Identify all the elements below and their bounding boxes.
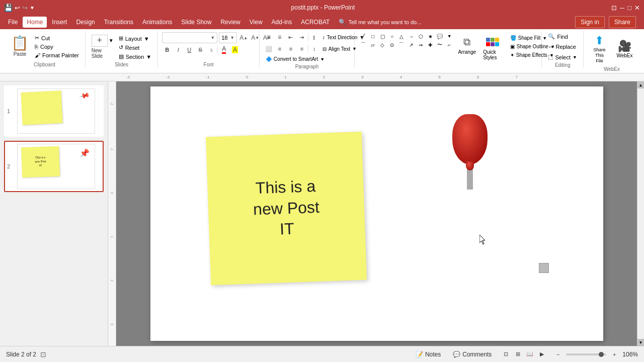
zoom-out-button[interactable]: − bbox=[553, 349, 563, 359]
shape-block-arrow[interactable]: ⇒ bbox=[416, 41, 425, 49]
shape-triangle[interactable]: △ bbox=[397, 32, 406, 40]
numbering-button[interactable]: ≡ bbox=[275, 32, 285, 42]
shape-callout[interactable]: 💬 bbox=[435, 32, 444, 40]
paste-button[interactable]: 📋 Paste bbox=[8, 34, 32, 59]
shape-pentagon[interactable]: ⬠ bbox=[416, 32, 425, 40]
copy-button[interactable]: ⎘ Copy bbox=[33, 43, 81, 51]
zoom-in-button[interactable]: + bbox=[609, 349, 619, 359]
shape-cylinder[interactable]: ⊙ bbox=[387, 41, 396, 49]
shape-diamond[interactable]: ◇ bbox=[378, 41, 387, 49]
shape-oval[interactable]: ○ bbox=[387, 32, 396, 40]
pushpin[interactable] bbox=[452, 114, 488, 190]
shape-star[interactable]: ★ bbox=[426, 32, 435, 40]
share-this-file-button[interactable]: ⬆ ShareThis File bbox=[588, 32, 611, 65]
convert-smartart-button[interactable]: 🔷 Convert to SmartArt ▼ bbox=[264, 55, 327, 63]
notes-button[interactable]: 📝 Notes bbox=[413, 350, 444, 359]
underline-button[interactable]: U bbox=[184, 45, 194, 55]
new-slide-button[interactable]: + ▼ New Slide bbox=[90, 33, 116, 61]
cut-button[interactable]: ✂ Cut bbox=[33, 34, 81, 42]
align-text-button[interactable]: ⊟ Align Text ▼ bbox=[320, 45, 359, 53]
align-left-button[interactable]: ⬜ bbox=[264, 44, 274, 54]
slide-sorter-button[interactable]: ⊞ bbox=[513, 349, 523, 359]
section-button[interactable]: ▤ Section ▼ bbox=[117, 52, 154, 61]
slide-thumbnail-1[interactable]: 1 📌 bbox=[4, 85, 104, 137]
scroll-up-button[interactable]: ▲ bbox=[637, 81, 645, 88]
justify-button[interactable]: ≡ bbox=[297, 44, 307, 54]
shape-line[interactable]: ╱ bbox=[359, 32, 368, 40]
bullets-button[interactable]: ≡ bbox=[264, 32, 274, 42]
shape-round-rect[interactable]: ▢ bbox=[378, 32, 387, 40]
font-size-selector[interactable]: 18 ▼ bbox=[219, 32, 237, 43]
shape-arc[interactable]: ⌒ bbox=[359, 41, 368, 49]
layout-button[interactable]: ⊞ Layout ▼ bbox=[117, 34, 154, 43]
menu-file[interactable]: File bbox=[4, 17, 22, 28]
menu-review[interactable]: Review bbox=[216, 17, 244, 28]
quick-styles-button[interactable]: Quick Styles bbox=[479, 32, 506, 62]
slide-panel[interactable]: 1 📌 2 This is anew PostIT 📌 bbox=[0, 81, 108, 346]
postit-note[interactable]: This is anew PostIT bbox=[205, 132, 366, 286]
slideshow-button[interactable]: ▶ bbox=[537, 349, 547, 359]
font-highlight-button[interactable]: A bbox=[230, 45, 240, 55]
shape-curved-arrow[interactable]: ↗ bbox=[407, 41, 416, 49]
align-right-button[interactable]: ≡ bbox=[286, 44, 296, 54]
reading-view-button[interactable]: 📖 bbox=[525, 349, 535, 359]
shape-more[interactable]: ▼ bbox=[445, 32, 454, 40]
font-increase-button[interactable]: A▲ bbox=[238, 33, 249, 43]
bold-button[interactable]: B bbox=[162, 45, 172, 55]
arrange-button[interactable]: ⧉ Arrange bbox=[456, 32, 478, 62]
menu-view[interactable]: View bbox=[246, 17, 267, 28]
menu-home[interactable]: Home bbox=[23, 17, 47, 28]
webex-button[interactable]: 🎥 WebEx bbox=[613, 38, 636, 60]
increase-indent-button[interactable]: ⇥ bbox=[297, 32, 307, 42]
format-painter-button[interactable]: 🖌 Format Painter bbox=[33, 51, 81, 59]
font-decrease-button[interactable]: A▼ bbox=[250, 33, 260, 43]
select-button[interactable]: ⬚ Select ▼ bbox=[546, 53, 579, 61]
share-button[interactable]: Share bbox=[609, 16, 636, 28]
menu-design[interactable]: Design bbox=[72, 17, 99, 28]
menu-animations[interactable]: Animations bbox=[138, 17, 176, 28]
expand-icon[interactable]: ⊡ bbox=[611, 4, 617, 12]
undo-icon[interactable]: ↩ bbox=[15, 4, 20, 12]
shape-trapezoid[interactable]: ⌒ bbox=[397, 41, 406, 49]
shape-rect[interactable]: □ bbox=[368, 32, 377, 40]
menu-insert[interactable]: Insert bbox=[48, 17, 71, 28]
signin-button[interactable]: Sign in bbox=[575, 16, 605, 28]
minimize-icon[interactable]: ─ bbox=[620, 4, 624, 12]
right-scrollbar[interactable]: ▲ ▼ bbox=[637, 81, 644, 346]
font-name-selector[interactable]: ▼ bbox=[162, 32, 217, 43]
decrease-indent-button[interactable]: ⇤ bbox=[286, 32, 296, 42]
align-center-button[interactable]: ≡ bbox=[275, 44, 285, 54]
save-icon[interactable]: 💾 bbox=[4, 4, 13, 12]
slide-canvas[interactable]: This is anew PostIT bbox=[150, 86, 603, 341]
menu-transitions[interactable]: Transitions bbox=[100, 17, 137, 28]
scroll-down-button[interactable]: ▼ bbox=[637, 339, 645, 346]
maximize-icon[interactable]: □ bbox=[627, 4, 631, 12]
small-square[interactable] bbox=[539, 263, 549, 273]
menu-addins[interactable]: Add-ins bbox=[268, 17, 296, 28]
italic-button[interactable]: I bbox=[173, 45, 183, 55]
font-color-button[interactable]: A bbox=[219, 45, 229, 55]
shape-wave[interactable]: 〜 bbox=[435, 41, 444, 49]
zoom-slider[interactable] bbox=[566, 353, 606, 355]
replace-button[interactable]: ↔ Replace bbox=[546, 43, 578, 51]
reset-button[interactable]: ↺ Reset bbox=[117, 43, 154, 52]
line-spacing-button[interactable]: ↕ bbox=[309, 44, 319, 54]
search-bar[interactable]: Tell me what you want to do... bbox=[348, 19, 421, 25]
strikethrough-button[interactable]: S bbox=[195, 45, 205, 55]
shape-right-arrow[interactable]: → bbox=[407, 32, 416, 40]
quick-access-icon[interactable]: ▼ bbox=[30, 5, 35, 11]
redo-icon[interactable]: ↪ bbox=[22, 4, 28, 12]
slide-area[interactable]: This is anew PostIT bbox=[116, 81, 637, 346]
shape-cross[interactable]: ✚ bbox=[426, 41, 435, 49]
columns-button[interactable]: ⫿ bbox=[309, 32, 319, 42]
shape-bracket[interactable]: ⌐ bbox=[445, 41, 454, 49]
slide-thumbnail-2[interactable]: 2 This is anew PostIT 📌 bbox=[4, 141, 104, 192]
find-button[interactable]: 🔍 Find bbox=[546, 32, 570, 41]
menu-slideshow[interactable]: Slide Show bbox=[177, 17, 215, 28]
comments-button[interactable]: 💬 Comments bbox=[450, 350, 495, 359]
close-icon[interactable]: ✕ bbox=[634, 4, 640, 12]
normal-view-button[interactable]: ⊡ bbox=[501, 349, 511, 359]
shape-parallelogram[interactable]: ▱ bbox=[368, 41, 377, 49]
menu-acrobat[interactable]: ACROBAT bbox=[297, 17, 334, 28]
shadow-button[interactable]: s bbox=[206, 45, 216, 55]
